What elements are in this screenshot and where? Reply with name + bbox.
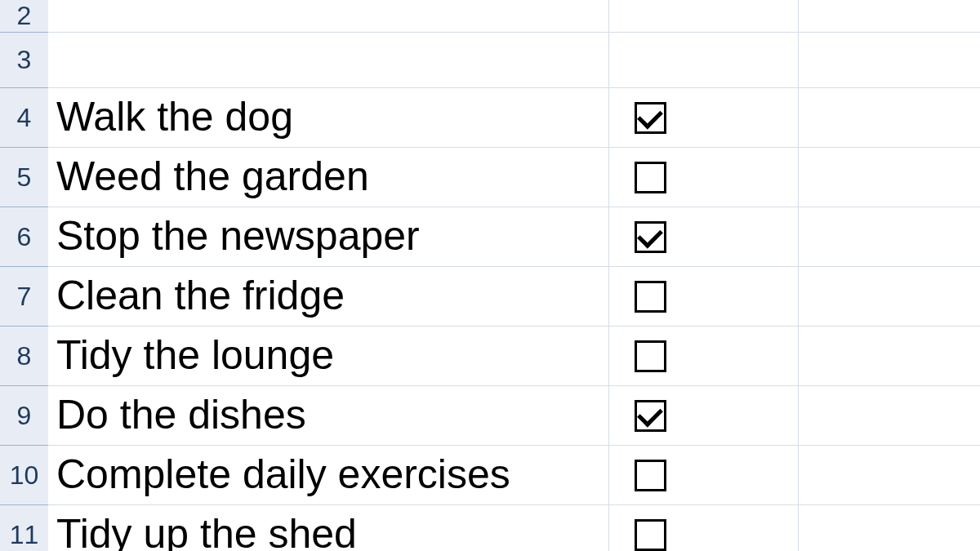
- task-checkbox[interactable]: [635, 460, 666, 491]
- row-header[interactable]: 5: [0, 148, 48, 207]
- task-text[interactable]: Tidy up the shed: [56, 513, 357, 551]
- gridline-horizontal: [48, 326, 980, 327]
- row-header[interactable]: 2: [0, 0, 48, 33]
- gridline-horizontal: [48, 147, 980, 148]
- gridline-horizontal: [48, 445, 980, 446]
- task-text[interactable]: Do the dishes: [56, 394, 306, 435]
- row-header[interactable]: 9: [0, 386, 48, 446]
- row-header[interactable]: 3: [0, 33, 48, 88]
- task-text[interactable]: Clean the fridge: [56, 275, 345, 316]
- gridline-horizontal: [48, 504, 980, 505]
- task-text[interactable]: Weed the garden: [56, 156, 369, 197]
- task-checkbox[interactable]: [635, 519, 666, 551]
- row-header[interactable]: 11: [0, 505, 48, 551]
- task-text[interactable]: Stop the newspaper: [56, 216, 420, 256]
- task-checkbox[interactable]: [635, 340, 666, 372]
- gridline-horizontal: [48, 266, 980, 267]
- task-text[interactable]: Tidy the lounge: [56, 335, 334, 375]
- task-text[interactable]: Complete daily exercises: [56, 454, 510, 495]
- task-checkbox[interactable]: [635, 400, 666, 432]
- gridline-horizontal: [48, 32, 980, 33]
- gridline-vertical: [798, 0, 799, 551]
- row-header[interactable]: 6: [0, 207, 48, 267]
- gridline-horizontal: [48, 87, 980, 88]
- task-text[interactable]: Walk the dog: [56, 96, 293, 137]
- gridline-horizontal: [48, 385, 980, 386]
- row-header[interactable]: 8: [0, 327, 48, 386]
- task-checkbox[interactable]: [635, 221, 666, 253]
- row-header[interactable]: 10: [0, 446, 48, 505]
- row-header[interactable]: 7: [0, 267, 48, 327]
- task-checkbox[interactable]: [635, 102, 666, 134]
- task-checkbox[interactable]: [635, 281, 666, 313]
- task-checkbox[interactable]: [635, 162, 666, 193]
- gridline-vertical: [608, 0, 609, 551]
- spreadsheet-grid: 234567891011 Walk the dogWeed the garden…: [0, 0, 980, 551]
- gridline-horizontal: [48, 207, 980, 207]
- row-header[interactable]: 4: [0, 88, 48, 148]
- cells-area[interactable]: Walk the dogWeed the gardenStop the news…: [48, 0, 980, 551]
